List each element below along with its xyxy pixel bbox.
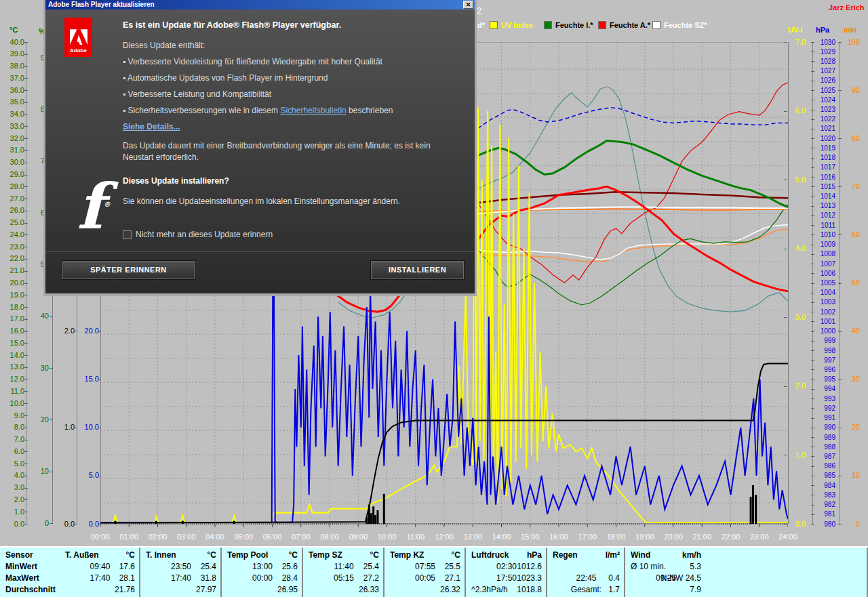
- axis-line: [788, 42, 789, 524]
- percent-axis-tick-label: 0: [34, 520, 49, 527]
- hpa-axis-tick: [811, 485, 814, 486]
- hpa-axis-tick-label: 992: [816, 405, 835, 412]
- temp-c-axis-tick: [24, 488, 28, 489]
- temp-c-axis-tick-label: 25.0: [4, 219, 24, 226]
- table-col-unit: °C: [227, 550, 298, 561]
- time-tick-label: 11:00: [401, 533, 431, 541]
- table-row-label: Sensor: [5, 550, 58, 561]
- hpa-axis-tick-label: 986: [816, 462, 835, 470]
- legend-label: Feuchte A.*: [610, 21, 650, 29]
- temp-c-axis-tick-label: 28.0: [4, 183, 24, 190]
- dialog-titlebar[interactable]: Adobe Flash Player aktualisieren: [45, 0, 475, 9]
- temp-c-axis-tick: [24, 440, 28, 440]
- minutes-axis-tick: [838, 42, 842, 43]
- time-tick-label: 18:00: [601, 533, 631, 541]
- table-cell-value: 26.95: [227, 584, 298, 596]
- temp-c-axis-tick-label: 32.0: [4, 135, 24, 142]
- hpa-axis-tick: [811, 302, 814, 303]
- time-tick-label: 10:00: [372, 533, 402, 541]
- percent-axis-tick: [50, 368, 53, 369]
- table-column-t-au-en: T. Außen°C09:4017.617:4028.121.76: [60, 548, 140, 597]
- hpa-axis-tick: [811, 495, 814, 495]
- hpa-axis-tick-label: 1024: [816, 96, 835, 104]
- table-cell-value: 28.4: [227, 573, 298, 584]
- legend-swatch-icon: [652, 21, 660, 29]
- hpa-axis-tick: [811, 42, 814, 43]
- chart-title-fragment: 2: [477, 5, 481, 16]
- security-bulletin-link[interactable]: Sicherheitsbulletin: [280, 106, 346, 115]
- temp-c-axis-tick: [24, 319, 28, 320]
- time-tick-label: 24:00: [773, 533, 803, 541]
- table-column-temp-sz: Temp SZ°C11:4025.405:1527.226.33: [303, 548, 384, 597]
- legend-item: Feuchte I.*: [544, 21, 593, 29]
- temp-c-axis-tick-label: 23.0: [4, 243, 24, 251]
- uv-axis-tick-label: 1.0: [789, 451, 806, 459]
- hpa-axis-tick: [811, 138, 814, 139]
- temp-c-axis-tick: [24, 355, 28, 356]
- legend-swatch-icon: [544, 21, 552, 29]
- temp-c-axis-tick-label: 24.0: [4, 231, 24, 239]
- temp-c-axis-tick-label: 12.0: [4, 375, 24, 383]
- legend-item: Feuchte SZ*: [652, 21, 707, 29]
- time-tick-label: 03:00: [172, 533, 201, 541]
- minutes-axis-tick-label: 60: [844, 231, 860, 239]
- remind-later-button[interactable]: SPÄTER ERINNERN: [62, 260, 195, 280]
- hpa-axis-tick: [811, 456, 814, 457]
- hpa-axis-tick: [811, 369, 814, 370]
- temp-c-axis-tick: [24, 451, 28, 452]
- series-feuchte-a: [473, 83, 788, 283]
- dont-remind-checkbox[interactable]: [123, 230, 132, 239]
- duration-note-line2: Neustart erforderlich.: [123, 152, 199, 162]
- hpa-axis-tick: [811, 466, 814, 467]
- hpa-axis-tick: [811, 167, 814, 168]
- time-tick-label: 04:00: [200, 533, 230, 541]
- update-feature-item: ▪ Automatische Updates von Flash Player …: [123, 73, 328, 83]
- hpa-axis-tick-label: 989: [816, 434, 835, 441]
- hpa-axis-tick: [811, 110, 814, 110]
- temp-c-axis-tick: [24, 367, 28, 368]
- hpa-axis-tick: [811, 177, 814, 178]
- install-button[interactable]: INSTALLIEREN: [370, 260, 465, 280]
- time-tick-label: 05:00: [229, 533, 258, 541]
- table-cell-value: 25.4: [309, 561, 379, 573]
- temp-c-axis-tick: [24, 90, 28, 91]
- hpa-axis-tick-label: 1021: [816, 125, 835, 132]
- update-feature-item: ▪ Verbesserte Leistung und Kompatibilitä…: [123, 89, 271, 99]
- hpa-axis-tick-label: 1026: [816, 77, 835, 84]
- temp-c-axis-tick-label: 8.0: [4, 424, 24, 431]
- time-tick-label: 09:00: [343, 533, 373, 541]
- minutes-axis-tick: [838, 234, 842, 235]
- hpa-axis-tick-label: 1002: [816, 308, 835, 316]
- hpa-axis-tick: [811, 505, 814, 506]
- minutes-axis-tick: [838, 379, 842, 380]
- temp-c-axis-tick-label: 29.0: [4, 171, 24, 178]
- hpa-axis-tick: [811, 428, 814, 428]
- hpa-axis-tick: [811, 283, 814, 284]
- temp-c-axis-tick: [24, 211, 28, 211]
- time-tick-label: 20:00: [658, 533, 688, 541]
- temp-c-axis-tick-label: 6.0: [4, 448, 24, 455]
- install-question: Dieses Update installieren?: [123, 176, 229, 186]
- hpa-axis-tick-label: 1009: [816, 241, 835, 248]
- temp-c-axis-tick-label: 4.0: [4, 472, 24, 479]
- minutes-axis-tick-label: 30: [844, 375, 860, 383]
- table-col-unit: °C: [146, 550, 216, 561]
- hpa-axis-tick-label: 1018: [816, 154, 835, 161]
- hpa-axis-tick-label: 1016: [816, 173, 835, 181]
- hpa-axis-tick: [811, 331, 814, 332]
- temp-c-axis-tick: [24, 78, 28, 79]
- rain-axis-tick-label: 2.0: [56, 327, 75, 335]
- table-cell-value: 26.33: [309, 584, 379, 596]
- temp-c-axis-tick: [24, 307, 28, 308]
- temp-c-axis-tick: [24, 199, 28, 199]
- temp-c-axis-tick-label: 17.0: [4, 315, 24, 323]
- hpa-axis-tick: [811, 206, 814, 207]
- hpa-axis-tick: [811, 437, 814, 438]
- minutes-axis-tick-label: 0: [844, 520, 860, 528]
- temp-c-axis-tick-label: 9.0: [4, 412, 24, 419]
- close-icon[interactable]: ✕: [463, 1, 473, 9]
- details-link[interactable]: Siehe Details...: [123, 122, 180, 131]
- temp-c-axis-tick: [24, 186, 28, 187]
- temp-c-axis-tick-label: 21.0: [4, 267, 24, 274]
- update-feature-item: ▪ Verbesserte Videoleistung für fließend…: [123, 57, 382, 66]
